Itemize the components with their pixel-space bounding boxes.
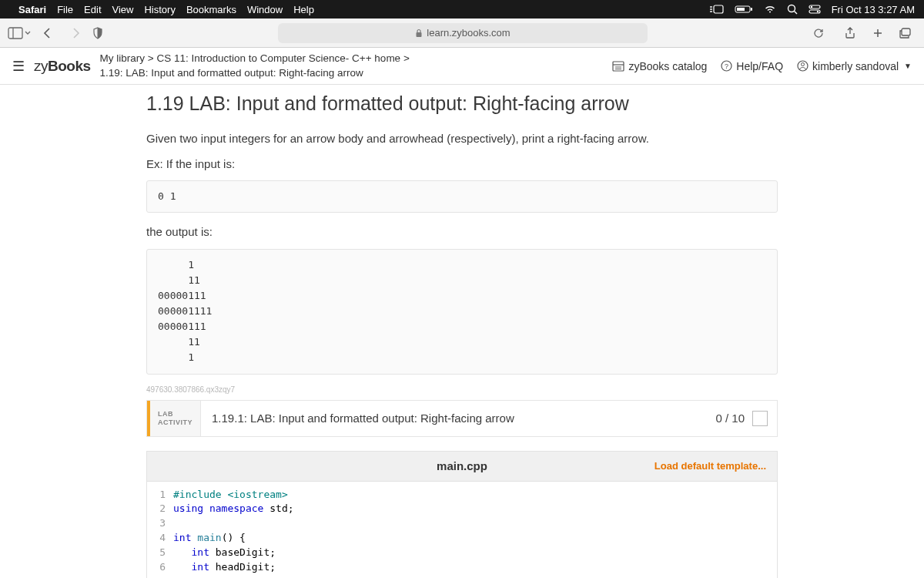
lab-tag: LABACTIVITY [150, 401, 201, 436]
privacy-shield-icon[interactable] [92, 27, 112, 39]
help-link[interactable]: ? Help/FAQ [721, 60, 783, 72]
control-center-icon[interactable] [808, 5, 821, 14]
zybooks-logo[interactable]: zyBooks [34, 58, 91, 75]
line-number: 7 [147, 575, 173, 578]
activity-id: 497630.3807866.qx3zqy7 [146, 385, 778, 394]
chevron-down-icon: ▼ [904, 62, 912, 70]
menu-window[interactable]: Window [247, 4, 283, 15]
code-text: int headDigit; [173, 560, 276, 575]
svg-rect-13 [8, 28, 22, 39]
url-text: learn.zybooks.com [427, 27, 510, 39]
reload-button[interactable] [813, 28, 833, 39]
chevron-down-icon [25, 30, 31, 36]
line-number: 3 [147, 516, 173, 531]
help-icon: ? [721, 60, 732, 72]
code-editor: main.cpp Load default template... 1#incl… [146, 451, 778, 578]
svg-line-8 [794, 12, 797, 15]
stage-manager-icon[interactable] [710, 5, 724, 14]
svg-rect-15 [417, 32, 422, 37]
user-menu[interactable]: kimberly sandoval ▼ [797, 60, 912, 72]
back-button[interactable] [37, 23, 59, 43]
battery-icon[interactable] [735, 5, 753, 14]
line-number: 2 [147, 502, 173, 516]
menu-bookmarks[interactable]: Bookmarks [186, 4, 236, 15]
svg-rect-2 [710, 11, 712, 12]
score-box-icon [752, 411, 768, 426]
svg-rect-19 [613, 62, 624, 71]
filename-tab[interactable]: main.cpp [437, 459, 487, 472]
lock-icon [415, 29, 423, 38]
forward-button [65, 23, 86, 43]
zybooks-header: ☰ zyBooks My library > CS 11: Introducti… [0, 48, 924, 85]
tabs-overview-button[interactable] [895, 23, 916, 43]
menu-file[interactable]: File [57, 4, 73, 15]
wifi-icon[interactable] [764, 5, 776, 14]
address-bar[interactable]: learn.zybooks.com [278, 23, 648, 43]
input-example-box: 0 1 [146, 180, 778, 213]
page-content: 1.19 LAB: Input and formatted output: Ri… [0, 85, 924, 578]
catalog-link[interactable]: zyBooks catalog [612, 60, 707, 72]
menu-history[interactable]: History [144, 4, 175, 15]
page-title: 1.19 LAB: Input and formatted output: Ri… [146, 92, 778, 115]
output-example-box: 1 11 00000111 000001111 00000111 11 1 [146, 249, 778, 375]
line-number: 4 [147, 531, 173, 546]
line-number: 5 [147, 546, 173, 560]
code-line[interactable]: 3 [147, 516, 777, 531]
code-line[interactable]: 2using namespace std; [147, 502, 777, 516]
svg-point-7 [788, 5, 795, 12]
code-text: int baseDigit; [173, 546, 276, 560]
code-line[interactable]: 4int main() { [147, 531, 777, 546]
code-text: using namespace std; [173, 502, 294, 516]
svg-rect-1 [710, 8, 712, 10]
new-tab-button[interactable] [867, 23, 889, 43]
lab-score: 0 / 10 [706, 401, 777, 436]
breadcrumb[interactable]: My library > CS 11: Introduction to Comp… [100, 52, 410, 81]
sidebar-toggle[interactable] [8, 27, 31, 39]
code-line[interactable]: 6 int headDigit; [147, 560, 777, 575]
code-line[interactable]: 7 [147, 575, 777, 578]
svg-point-12 [816, 11, 818, 12]
svg-rect-6 [737, 8, 745, 11]
code-line[interactable]: 1#include <iostream> [147, 488, 777, 502]
svg-rect-3 [714, 5, 723, 13]
editor-body[interactable]: 1#include <iostream>2using namespace std… [146, 482, 778, 578]
svg-text:?: ? [725, 62, 728, 70]
code-line[interactable]: 5 int baseDigit; [147, 546, 777, 560]
editor-tab-bar: main.cpp Load default template... [146, 451, 778, 482]
catalog-icon [612, 61, 624, 72]
lab-activity-bar: LABACTIVITY 1.19.1: LAB: Input and forma… [146, 400, 778, 437]
load-template-link[interactable]: Load default template... [654, 460, 777, 472]
search-icon[interactable] [787, 4, 798, 15]
app-name[interactable]: Safari [18, 4, 46, 15]
line-number: 6 [147, 560, 173, 575]
clock[interactable]: Fri Oct 13 3:27 AM [832, 4, 915, 15]
user-icon [797, 60, 808, 72]
svg-point-10 [810, 6, 812, 8]
menu-edit[interactable]: Edit [84, 4, 101, 15]
menu-icon[interactable]: ☰ [12, 58, 25, 75]
mac-menubar: Safari File Edit View History Bookmarks … [0, 0, 924, 18]
code-text: #include <iostream> [173, 488, 288, 502]
svg-rect-18 [902, 29, 910, 35]
lab-title: 1.19.1: LAB: Input and formatted output:… [201, 401, 706, 436]
menu-view[interactable]: View [112, 4, 134, 15]
line-number: 1 [147, 488, 173, 502]
safari-toolbar: learn.zybooks.com [0, 18, 924, 48]
code-text: int main() { [173, 531, 246, 546]
description-text: Given two input integers for an arrow bo… [146, 130, 778, 148]
svg-rect-0 [710, 6, 712, 8]
menu-help[interactable]: Help [293, 4, 314, 15]
output-label: the output is: [146, 223, 778, 241]
example-label: Ex: If the input is: [146, 156, 778, 173]
svg-point-26 [802, 63, 805, 66]
svg-rect-5 [751, 8, 752, 11]
share-button[interactable] [839, 23, 861, 43]
